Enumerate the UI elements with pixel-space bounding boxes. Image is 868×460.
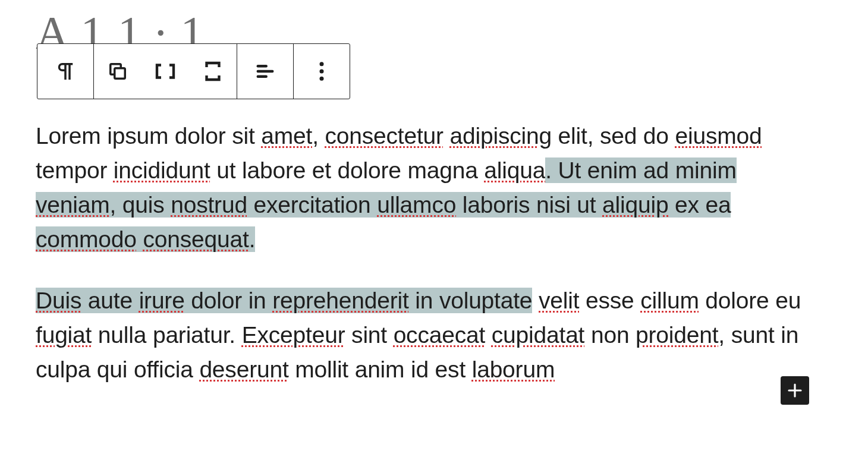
spellcheck-word[interactable]: adipiscing — [450, 123, 552, 149]
text: , — [312, 123, 325, 149]
selected-text: exercitation — [247, 192, 377, 218]
text: non — [584, 322, 636, 348]
text: tempor — [36, 157, 114, 183]
selected-text: aute — [81, 288, 139, 313]
text: mollit anim id est — [289, 357, 472, 382]
toolbar-group-type — [37, 44, 94, 99]
selected-text: . — [249, 226, 256, 252]
text — [532, 288, 539, 313]
svg-point-5 — [320, 62, 324, 66]
spellcheck-word[interactable]: commodo — [36, 226, 137, 252]
spellcheck-word[interactable]: cillum — [640, 288, 699, 313]
spellcheck-word[interactable]: proident — [636, 322, 718, 348]
selected-text: ex ea — [668, 192, 731, 218]
spellcheck-word[interactable]: eiusmod — [675, 123, 762, 149]
selected-text: , quis — [110, 192, 171, 218]
spellcheck-word[interactable]: reprehenderit — [272, 288, 408, 313]
block-toolbar — [37, 43, 350, 99]
spellcheck-word[interactable]: laborum — [472, 357, 555, 382]
selected-text: laboris nisi ut — [456, 192, 602, 218]
selected-text: voluptate — [439, 288, 533, 313]
spellcheck-word[interactable]: deserunt — [199, 357, 288, 382]
toolbar-group-more — [294, 44, 350, 99]
spellcheck-word[interactable]: consequat — [143, 226, 249, 252]
more-options-button[interactable] — [294, 44, 350, 99]
spellcheck-word[interactable]: aliquip — [602, 192, 668, 218]
paragraph-2[interactable]: Duis aute irure dolor in reprehenderit i… — [36, 283, 809, 387]
spellcheck-word[interactable]: consectetur — [325, 123, 443, 149]
text: dolore eu — [699, 288, 801, 313]
more-vertical-icon — [309, 59, 334, 84]
selected-text: . Ut enim ad minim — [545, 157, 736, 183]
selected-text: dolor in — [185, 288, 273, 313]
move-vertical-button[interactable] — [189, 44, 237, 99]
spellcheck-word[interactable]: Excepteur — [242, 322, 345, 348]
text — [444, 123, 450, 149]
align-left-icon — [253, 59, 278, 84]
spellcheck-word[interactable]: velit — [539, 288, 579, 313]
spellcheck-word[interactable]: fugiat — [36, 322, 92, 348]
spellcheck-word[interactable]: amet — [261, 123, 312, 149]
align-button[interactable] — [237, 44, 293, 99]
text — [485, 322, 492, 348]
text: elit, sed do — [552, 123, 675, 149]
spellcheck-word[interactable]: Duis — [36, 288, 81, 313]
editor-content[interactable]: Lorem ipsum dolor sit amet, consectetur … — [36, 119, 809, 414]
spellcheck-word[interactable]: aliqua — [484, 157, 545, 183]
text: ut labore et dolore magna — [210, 157, 485, 183]
selected-text — [137, 226, 143, 252]
text: sint — [345, 322, 393, 348]
text: esse — [579, 288, 640, 313]
svg-point-7 — [320, 77, 324, 81]
spellcheck-word[interactable]: occaecat — [394, 322, 486, 348]
svg-rect-1 — [115, 68, 125, 79]
toolbar-group-move — [94, 44, 237, 99]
move-horizontal-button[interactable] — [141, 44, 189, 99]
text: Lorem ipsum dolor sit — [36, 123, 261, 149]
split-horizontal-icon — [153, 59, 178, 84]
spellcheck-word[interactable]: irure — [139, 288, 185, 313]
paragraph-icon — [53, 59, 78, 84]
drag-handle-button[interactable] — [94, 44, 141, 99]
text: nulla pariatur. — [92, 322, 241, 348]
paragraph-1[interactable]: Lorem ipsum dolor sit amet, consectetur … — [36, 119, 809, 257]
spellcheck-word[interactable]: nostrud — [171, 192, 247, 218]
spellcheck-word[interactable]: ullamco — [377, 192, 456, 218]
spellcheck-word[interactable]: incididunt — [114, 157, 210, 183]
drag-icon — [105, 59, 130, 84]
split-vertical-icon — [200, 59, 225, 84]
toolbar-group-align — [237, 44, 294, 99]
paragraph-type-button[interactable] — [37, 44, 93, 99]
spellcheck-word[interactable]: veniam — [36, 192, 110, 218]
svg-point-6 — [320, 70, 324, 74]
plus-icon — [786, 382, 804, 399]
selected-text: in — [409, 288, 439, 313]
spellcheck-word[interactable]: cupidatat — [492, 322, 585, 348]
add-block-button[interactable] — [781, 376, 809, 405]
